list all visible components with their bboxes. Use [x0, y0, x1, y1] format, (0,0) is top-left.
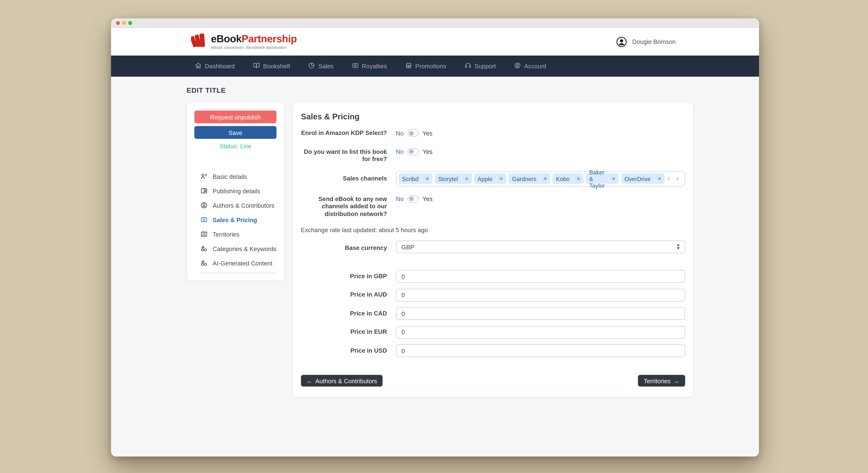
kdp-select-toggle[interactable] [407, 129, 418, 137]
user-circle-icon [200, 201, 208, 210]
channel-tag: Baker & Taylor× [586, 173, 619, 184]
nav-item-support[interactable]: Support [465, 62, 496, 70]
sales-pricing-panel: Sales & Pricing Enrol in Amazon KDP Sele… [292, 102, 693, 397]
sidebar-item-authors-contributors[interactable]: Authors & Contributors [200, 198, 277, 213]
remove-channel-icon[interactable]: × [573, 176, 584, 182]
window-titlebar [111, 18, 759, 28]
price-gbp-input[interactable] [396, 270, 685, 283]
request-unpublish-button[interactable]: Request unpublish [194, 111, 277, 123]
banknote-icon [352, 62, 359, 70]
page-content: EDIT TITLE Request unpublish Save Status… [111, 77, 759, 456]
nav-item-dashboard[interactable]: Dashboard [195, 62, 235, 70]
nav-item-account[interactable]: Account [514, 62, 546, 70]
price-aud-row: Price in AUD [301, 289, 685, 301]
remove-channel-icon[interactable]: × [496, 176, 506, 182]
banknote-icon: $ [200, 216, 208, 224]
new-channels-row: Send eBook to any new channels added to … [301, 195, 685, 218]
channel-tag: Scribd× [399, 173, 432, 184]
toggle-no-label: No [396, 148, 404, 155]
kdp-select-row: Enrol in Amazon KDP Select? No Yes [301, 129, 685, 137]
list-free-toggle[interactable] [407, 148, 418, 155]
price-eur-input[interactable] [396, 326, 685, 338]
status-text: Status: Live [194, 143, 277, 149]
chevron-down-icon[interactable]: ▼ [676, 177, 679, 181]
arrow-right-icon: → [673, 378, 679, 384]
sidebar-item-sales-pricing[interactable]: $ Sales & Pricing [200, 213, 277, 227]
shapes-icon [200, 245, 208, 253]
shapes-icon [200, 259, 208, 267]
storefront-icon [405, 62, 412, 70]
app-logo[interactable]: eBookPartnership eBook conversion. World… [191, 32, 297, 51]
sidebar-divider [200, 273, 277, 273]
price-usd-row: Price in USD [301, 344, 685, 357]
price-eur-label: Price in EUR [301, 328, 387, 336]
app-header: eBookPartnership eBook conversion. World… [111, 28, 759, 56]
channel-tag: Gardners× [509, 173, 550, 184]
nav-item-royalties[interactable]: Royalties [352, 62, 387, 70]
remove-channel-icon[interactable]: × [608, 176, 619, 182]
channel-tag: Apple× [474, 173, 506, 184]
price-cad-input[interactable] [396, 307, 685, 320]
book-card-icon [200, 187, 208, 195]
main-nav: Dashboard Bookshelf Sales Royalties [111, 56, 759, 77]
sidebar-item-basic-details[interactable]: Basic details [200, 169, 277, 184]
toggle-knob [409, 149, 413, 154]
toggle-no-label: No [396, 130, 404, 137]
page-title: EDIT TITLE [187, 77, 679, 94]
base-currency-label: Base currency [301, 244, 387, 254]
svg-text:$: $ [203, 217, 205, 221]
user-circle-icon [514, 62, 521, 70]
sidebar-item-territories[interactable]: Territories [200, 227, 277, 242]
kdp-select-label: Enrol in Amazon KDP Select? [301, 129, 387, 137]
remove-channel-icon[interactable]: × [654, 176, 664, 182]
logo-books-icon [191, 32, 208, 51]
list-free-label: Do you want to list this book for free? [301, 148, 387, 163]
minimize-window-icon[interactable] [122, 21, 126, 25]
arrow-left-icon: ← [307, 378, 313, 384]
toggle-no-label: No [396, 196, 404, 202]
sales-channels-label: Sales channels [301, 175, 387, 182]
clear-channels-icon[interactable]: × [666, 175, 671, 182]
sidebar-item-ai-generated-content[interactable]: AI-Generated Content [200, 256, 277, 270]
close-window-icon[interactable] [116, 21, 120, 25]
price-aud-input[interactable] [396, 289, 685, 301]
price-gbp-row: Price in GBP [301, 270, 685, 283]
nav-item-promotions[interactable]: Promotions [405, 62, 446, 70]
sales-channels-select[interactable]: Scribd× Storytel× Apple× Gardners× Kobo×… [396, 171, 685, 186]
browser-window: eBookPartnership eBook conversion. World… [111, 18, 759, 456]
next-territories-button[interactable]: Territories → [638, 375, 685, 387]
remove-channel-icon[interactable]: × [422, 176, 432, 182]
headset-icon [465, 62, 471, 70]
price-usd-label: Price in USD [301, 347, 387, 355]
price-gbp-label: Price in GBP [301, 272, 387, 280]
new-channels-label: Send eBook to any new channels added to … [301, 195, 387, 218]
channel-tag: OverDrive× [621, 173, 664, 184]
sales-channels-row: Sales channels Scribd× Storytel× Apple× … [301, 171, 685, 186]
logo-tagline: eBook conversion. Worldwide distribution [211, 46, 297, 50]
edit-title-menu: Basic details Publishing details [194, 169, 277, 273]
nav-item-bookshelf[interactable]: Bookshelf [253, 62, 290, 70]
channel-tag: Kobo× [553, 173, 583, 184]
price-cad-label: Price in CAD [301, 310, 387, 317]
user-menu[interactable]: Dougie Brimson [615, 35, 676, 48]
sidebar-item-categories-keywords[interactable]: Categories & Keywords [200, 242, 277, 256]
back-authors-contributors-button[interactable]: ← Authors & Contributors [301, 375, 383, 387]
select-caret-icon [676, 244, 680, 250]
toggle-yes-label: Yes [423, 148, 433, 155]
new-channels-toggle[interactable] [407, 195, 418, 203]
remove-channel-icon[interactable]: × [461, 176, 472, 182]
save-button[interactable]: Save [194, 126, 277, 139]
base-currency-select[interactable]: GBP [396, 240, 685, 253]
desktop: eBookPartnership eBook conversion. World… [0, 0, 868, 473]
base-currency-value: GBP [401, 244, 414, 250]
price-usd-input[interactable] [396, 344, 685, 357]
section-title: Sales & Pricing [301, 112, 685, 122]
remove-channel-icon[interactable]: × [540, 176, 550, 182]
zoom-window-icon[interactable] [128, 21, 132, 25]
price-eur-row: Price in EUR [301, 326, 685, 338]
sidebar-item-publishing-details[interactable]: Publishing details [200, 184, 277, 198]
base-currency-row: Base currency GBP [301, 240, 685, 253]
sidebar-panel: Request unpublish Save Status: Live Basi… [187, 102, 284, 281]
user-name: Dougie Brimson [632, 38, 676, 45]
nav-item-sales[interactable]: Sales [308, 62, 334, 70]
